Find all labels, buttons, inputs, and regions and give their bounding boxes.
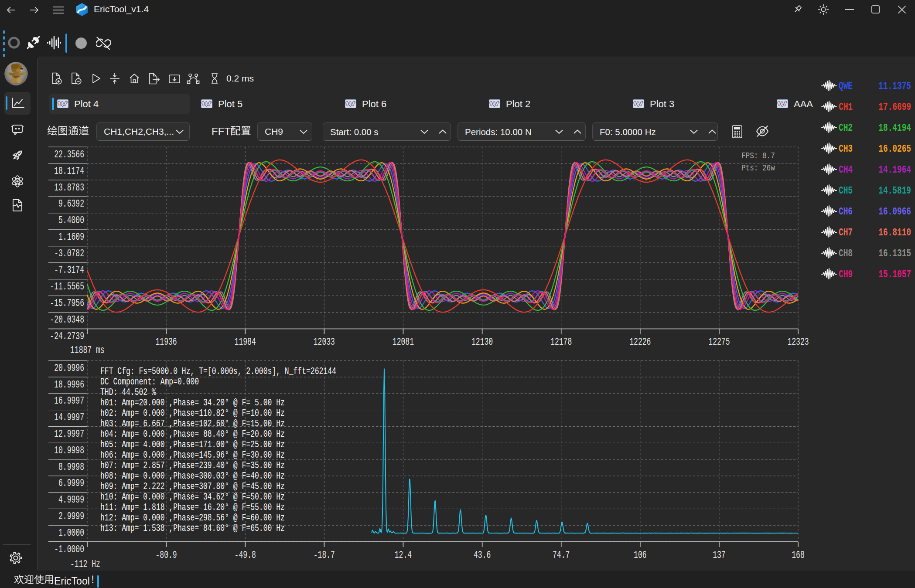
svg-text:-1.0000: -1.0000 <box>54 544 84 555</box>
svg-text:CH9: CH9 <box>839 269 853 280</box>
svg-text:16.1315: 16.1315 <box>878 248 911 259</box>
svg-text:12178: 12178 <box>550 336 572 348</box>
svg-text:h10: Amp= 0.000 ,Phase= 34.62°: h10: Amp= 0.000 ,Phase= 34.62° @ F=50.00… <box>100 491 285 502</box>
svg-text:11887 ms: 11887 ms <box>70 344 105 356</box>
svg-text:11936: 11936 <box>156 336 177 348</box>
svg-text:18.9996: 18.9996 <box>54 379 84 391</box>
svg-text:11984: 11984 <box>235 336 256 348</box>
svg-text:20.9996: 20.9996 <box>54 362 84 374</box>
svg-text:10.9998: 10.9998 <box>54 445 84 456</box>
svg-text:-24.2739: -24.2739 <box>50 330 84 342</box>
svg-text:CH2: CH2 <box>839 122 853 134</box>
svg-text:CH8: CH8 <box>839 248 853 259</box>
svg-text:11.1375: 11.1375 <box>878 81 911 92</box>
svg-text:4.9999: 4.9999 <box>58 494 84 506</box>
svg-text:12033: 12033 <box>314 336 335 348</box>
svg-text:2.9999: 2.9999 <box>58 510 84 522</box>
svg-text:h01: Amp=20.000 ,Phase= 34.20°: h01: Amp=20.000 ,Phase= 34.20° @ F= 5.00… <box>100 397 285 408</box>
svg-text:h05: Amp= 4.000 ,Phase=171.00°: h05: Amp= 4.000 ,Phase=171.00° @ F=25.00… <box>100 439 285 450</box>
svg-text:CH7: CH7 <box>839 227 853 238</box>
svg-text:CH5: CH5 <box>839 185 853 197</box>
svg-text:h07: Amp= 2.857 ,Phase=239.40°: h07: Amp= 2.857 ,Phase=239.40° @ F=35.00… <box>100 460 285 471</box>
svg-text:12226: 12226 <box>629 336 651 348</box>
svg-text:168: 168 <box>792 549 805 561</box>
svg-text:h06: Amp= 0.000 ,Phase=145.96°: h06: Amp= 0.000 ,Phase=145.96° @ F=30.00… <box>100 449 285 460</box>
svg-text:14.5819: 14.5819 <box>878 185 911 197</box>
svg-text:h13: Amp= 1.538 ,Phase= 84.60°: h13: Amp= 1.538 ,Phase= 84.60° @ F=65.00… <box>100 523 285 534</box>
svg-text:16.8110: 16.8110 <box>878 227 911 238</box>
svg-text:QWE: QWE <box>839 81 853 92</box>
svg-text:h03: Amp= 6.667 ,Phase=102.60°: h03: Amp= 6.667 ,Phase=102.60° @ F=15.00… <box>100 418 285 429</box>
svg-text:12081: 12081 <box>393 336 414 348</box>
svg-text:12.9997: 12.9997 <box>54 428 84 440</box>
svg-text:FFT Cfg: Fs=5000.0 Hz, T=[0.00: FFT Cfg: Fs=5000.0 Hz, T=[0.000s, 2.000s… <box>100 366 336 377</box>
svg-text:-112 Hz: -112 Hz <box>70 558 100 570</box>
svg-text:CH3: CH3 <box>839 143 853 155</box>
svg-text:h09: Amp= 2.222 ,Phase=307.80°: h09: Amp= 2.222 ,Phase=307.80° @ F=45.00… <box>100 481 285 492</box>
svg-text:15.1057: 15.1057 <box>878 269 911 280</box>
svg-text:h04: Amp= 0.000 ,Phase= 88.40°: h04: Amp= 0.000 ,Phase= 88.40° @ F=20.00… <box>100 428 285 439</box>
svg-text:-49.8: -49.8 <box>235 549 256 561</box>
svg-text:106: 106 <box>634 549 647 561</box>
svg-text:8.9998: 8.9998 <box>58 461 84 473</box>
svg-text:137: 137 <box>713 549 726 561</box>
svg-text:17.6699: 17.6699 <box>878 102 911 113</box>
svg-text:18.4194: 18.4194 <box>878 122 911 134</box>
svg-text:6.9999: 6.9999 <box>58 478 84 489</box>
svg-text:12275: 12275 <box>708 336 730 348</box>
svg-text:h11: Amp= 1.818 ,Phase= 16.20°: h11: Amp= 1.818 ,Phase= 16.20° @ F=55.00… <box>100 502 285 513</box>
svg-text:14.1964: 14.1964 <box>878 164 911 176</box>
svg-text:74.7: 74.7 <box>553 549 570 561</box>
svg-text:16.9997: 16.9997 <box>54 395 84 407</box>
svg-text:CH4: CH4 <box>839 164 853 176</box>
svg-text:THD: 44.502 %: THD: 44.502 % <box>100 387 156 398</box>
svg-text:CH6: CH6 <box>839 206 853 218</box>
svg-text:-18.7: -18.7 <box>314 549 335 561</box>
svg-text:12323: 12323 <box>787 336 809 348</box>
svg-text:1.0000: 1.0000 <box>58 527 84 539</box>
svg-text:43.6: 43.6 <box>474 549 491 561</box>
svg-text:h08: Amp= 0.000 ,Phase=300.03°: h08: Amp= 0.000 ,Phase=300.03° @ F=40.00… <box>100 470 285 481</box>
svg-text:DC Component: Amp=0.000: DC Component: Amp=0.000 <box>100 376 199 387</box>
svg-text:12.4: 12.4 <box>395 549 412 561</box>
svg-text:h02: Amp= 0.000 ,Phase=110.82°: h02: Amp= 0.000 ,Phase=110.82° @ F=10.00… <box>100 408 285 418</box>
svg-text:12130: 12130 <box>471 336 493 348</box>
svg-text:h12: Amp= 0.000 ,Phase=298.56°: h12: Amp= 0.000 ,Phase=298.56° @ F=60.00… <box>100 512 285 523</box>
svg-text:16.0265: 16.0265 <box>878 143 911 155</box>
svg-text:14.9997: 14.9997 <box>54 411 84 423</box>
svg-text:16.0966: 16.0966 <box>878 206 911 218</box>
svg-text:CH1: CH1 <box>839 102 853 113</box>
svg-text:-80.9: -80.9 <box>156 549 177 561</box>
svg-text:-20.0348: -20.0348 <box>50 314 84 326</box>
